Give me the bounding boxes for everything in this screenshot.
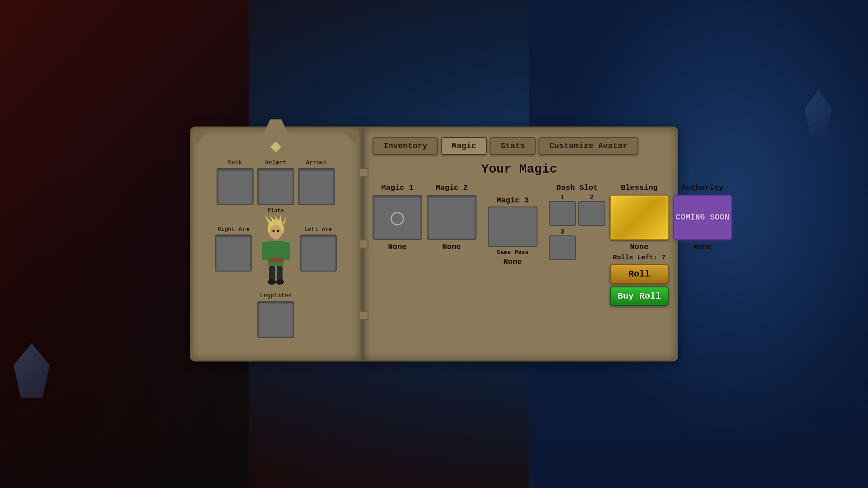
dash-slots-area: Dash Slot 1 2 3: [549, 183, 605, 260]
border-tooth-1: [360, 168, 368, 177]
equip-slot-arrows[interactable]: Arrows: [298, 160, 335, 205]
equip-label-legplates: Legplates: [260, 292, 292, 299]
equip-label-right-arm: Right Arm: [217, 226, 249, 233]
equip-box-helmet[interactable]: [257, 168, 294, 205]
border-tooth-2: [360, 239, 368, 249]
magic3-slot[interactable]: [488, 206, 538, 247]
magic3-gamepass-label: Game Pass: [497, 249, 528, 256]
dash-slot-1-wrapper: 1: [549, 194, 576, 226]
equip-box-arrows[interactable]: [298, 168, 335, 205]
diamond-decoration: [270, 141, 281, 152]
dash-slot-column: Magic 3 Game Pass None: [481, 183, 544, 266]
equip-box-left-arm[interactable]: [300, 235, 337, 272]
svg-rect-12: [283, 242, 290, 260]
magic3-header: Magic 3: [496, 196, 528, 205]
svg-marker-4: [279, 215, 282, 222]
blessing-slot[interactable]: [610, 195, 669, 240]
magic1-circle-marker: [391, 212, 404, 225]
tab-customize-avatar[interactable]: Customize Avatar: [538, 137, 638, 155]
dash-slot-3-wrapper: 3: [549, 228, 576, 260]
equip-slot-neck[interactable]: Neck: [217, 160, 254, 205]
tab-bar: Inventory Magic Stats Customize Avatar: [373, 137, 666, 155]
magic1-column: Magic 1 None: [373, 183, 422, 251]
equip-box-right-arm[interactable]: [215, 235, 252, 272]
border-tooth-3: [360, 311, 368, 320]
svg-point-16: [276, 279, 284, 285]
magic1-value: None: [388, 243, 407, 251]
ui-container: Neck Helmet Arrows Right Arm: [190, 127, 678, 361]
panel-border-right: [360, 137, 368, 351]
svg-point-8: [277, 230, 279, 232]
equipment-panel: Neck Helmet Arrows Right Arm: [190, 127, 362, 361]
dash-slot-2-num: 2: [590, 194, 594, 201]
equip-slot-helmet[interactable]: Helmet: [257, 160, 294, 205]
equip-box-legplates[interactable]: [257, 301, 294, 338]
equip-slot-right-arm[interactable]: Right Arm: [215, 226, 252, 272]
magic2-slot[interactable]: [427, 195, 476, 240]
magic3-value: None: [504, 258, 522, 266]
magic2-header: Magic 2: [435, 183, 467, 192]
tab-magic[interactable]: Magic: [441, 137, 487, 155]
svg-rect-11: [262, 242, 269, 260]
magic1-slot[interactable]: [373, 195, 422, 240]
equip-label-neck: Neck: [228, 160, 242, 166]
character-display: Plate: [255, 208, 296, 290]
equip-label-plate: Plate: [255, 208, 296, 214]
buy-roll-button[interactable]: Buy Roll: [610, 286, 669, 306]
dash-slot-2-wrapper: 2: [578, 194, 605, 226]
rolls-left: Rolls Left: 7: [613, 254, 665, 262]
equip-label-helmet: Helmet: [265, 160, 287, 166]
magic2-value: None: [443, 243, 461, 251]
blessing-header: Blessing: [621, 183, 658, 192]
dash-slot-3[interactable]: [549, 235, 576, 260]
blessing-column: Blessing None Rolls Left: 7 Roll Buy Rol…: [610, 183, 669, 306]
roll-button[interactable]: Roll: [610, 264, 669, 284]
svg-rect-9: [268, 241, 283, 266]
svg-point-6: [269, 225, 282, 239]
coming-soon-box: COMING SOON: [673, 195, 732, 240]
authority-header: Authority: [682, 183, 723, 192]
dash-slots-grid: 1 2 3: [549, 194, 605, 260]
equip-label-left-arm: Left Arm: [304, 226, 332, 233]
magic3-area: Magic 3 Game Pass None: [488, 196, 538, 266]
tab-stats[interactable]: Stats: [490, 137, 536, 155]
equip-box-neck[interactable]: [217, 168, 254, 205]
magic1-header: Magic 1: [381, 183, 413, 192]
equip-label-arrows: Arrows: [306, 160, 327, 166]
dash-slot-1-num: 1: [561, 194, 564, 201]
tab-inventory[interactable]: Inventory: [373, 137, 438, 155]
magic2-column: Magic 2 None: [427, 183, 476, 251]
svg-marker-1: [264, 215, 271, 224]
equip-slot-left-arm[interactable]: Left Arm: [300, 226, 337, 272]
equip-slot-legplates[interactable]: Legplates: [257, 292, 294, 338]
magic-grid: Magic 1 None Magic 2 None Magic 3: [373, 183, 666, 306]
authority-value: None: [693, 243, 712, 251]
svg-rect-10: [268, 258, 283, 262]
svg-point-7: [273, 230, 275, 232]
blessing-value: None: [630, 243, 649, 251]
dash-slot-2[interactable]: [578, 201, 605, 226]
dash-slot-3-num: 3: [561, 228, 564, 235]
dash-slot-header: Dash Slot: [557, 183, 598, 192]
authority-column: Authority COMING SOON None: [673, 183, 732, 251]
page-title: Your Magic: [373, 162, 666, 176]
corner-decoration-tl: [195, 131, 208, 145]
main-panel: Inventory Magic Stats Customize Avatar Y…: [362, 127, 678, 361]
corner-decoration-tr: [343, 131, 357, 145]
svg-point-15: [268, 279, 276, 285]
dash-slot-1[interactable]: [549, 201, 576, 226]
character-svg: [255, 215, 296, 287]
svg-marker-5: [283, 216, 286, 224]
